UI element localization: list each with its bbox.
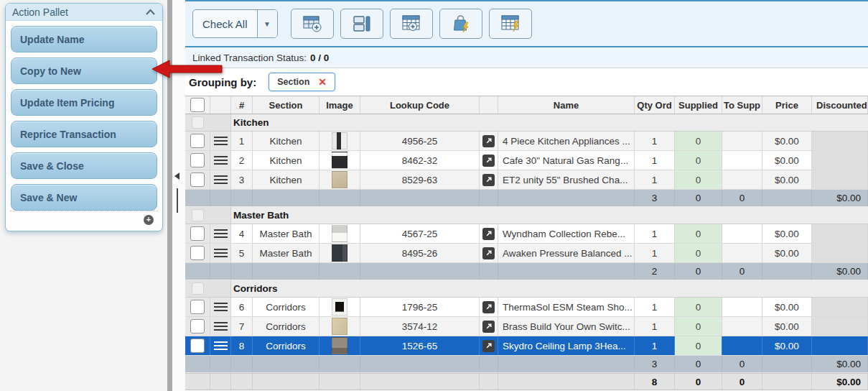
row-link-cell[interactable] [480,244,498,262]
drag-handle-icon[interactable] [214,229,228,238]
row-checkbox-cell[interactable] [185,317,210,336]
row-drag-cell[interactable] [210,336,231,355]
row-checkbox[interactable] [190,246,205,260]
group-checkbox[interactable] [192,116,204,129]
header-supplied[interactable]: Supplied [675,96,722,114]
row-link-cell[interactable] [480,336,498,355]
row-checkbox-cell[interactable] [185,170,210,189]
row-link-cell[interactable] [480,132,498,150]
row-link-cell[interactable] [480,298,498,316]
grouping-chip-section[interactable]: Section ✕ [269,73,335,91]
row-drag-cell[interactable] [210,244,231,262]
product-thumbnail[interactable] [332,225,347,242]
product-thumbnail[interactable] [332,244,347,262]
header-to-supp[interactable]: To Supp [722,96,762,114]
table-row[interactable]: 7 Corridors 3574-12 Brass Build Your Own… [185,317,868,336]
table-row[interactable]: 6 Corridors 1796-25 ThermaSol ESM Steam … [185,298,868,317]
row-checkbox[interactable] [190,153,205,167]
row-image-cell[interactable] [319,151,360,170]
row-link-cell[interactable] [480,317,498,336]
product-thumbnail[interactable] [332,152,347,169]
row-checkbox[interactable] [190,134,205,148]
split-panels-button[interactable] [340,9,383,39]
table-row[interactable]: 5 Master Bath 8495-26 Awaken Pressure Ba… [185,244,868,263]
row-image-cell[interactable] [319,224,360,243]
row-image-cell[interactable] [319,317,360,336]
open-link-icon[interactable] [482,174,495,186]
collapse-left-icon[interactable] [174,172,179,180]
row-checkbox-cell[interactable] [185,336,210,355]
open-link-icon[interactable] [482,155,495,167]
row-image-cell[interactable] [319,336,360,355]
remove-grouping-icon[interactable]: ✕ [318,78,327,86]
row-checkbox[interactable] [190,172,205,187]
table-row[interactable]: 3 Kitchen 8529-63 ET2 unity 55" Brushed … [185,170,868,190]
table-row[interactable]: 4 Master Bath 4567-25 Wyndham Collection… [185,224,868,244]
check-all-button[interactable]: Check All [193,10,257,37]
product-thumbnail[interactable] [332,132,347,150]
row-drag-cell[interactable] [210,151,231,170]
row-checkbox-cell[interactable] [185,151,210,170]
row-checkbox[interactable] [190,226,205,241]
open-link-icon[interactable] [482,321,495,333]
table-row[interactable]: 8 Corridors 1526-65 Skydro Ceiling Lamp … [185,336,868,356]
add-action-icon[interactable]: + [144,215,154,225]
group-checkbox[interactable] [192,209,204,221]
header-price[interactable]: Price [762,96,812,114]
row-image-cell[interactable] [319,170,360,189]
drag-handle-icon[interactable] [214,249,228,257]
row-checkbox-cell[interactable] [185,244,210,262]
drag-handle-icon[interactable] [214,175,228,184]
drag-handle-icon[interactable] [214,322,228,331]
splitter-drag-handle[interactable] [177,188,178,213]
header-qty-ord[interactable]: Qty Ord [635,96,675,114]
row-checkbox[interactable] [190,339,205,353]
row-checkbox-cell[interactable] [185,132,210,150]
open-link-icon[interactable] [482,228,495,240]
open-link-icon[interactable] [482,135,495,147]
header-name[interactable]: Name [498,96,635,114]
header-lookup-code[interactable]: Lookup Code [360,96,480,114]
product-thumbnail[interactable] [332,337,347,354]
group-checkbox[interactable] [192,282,204,295]
drag-handle-icon[interactable] [214,156,228,165]
table-row[interactable]: 1 Kitchen 4956-25 4 Piece Kitchen Applia… [185,132,868,151]
drag-handle-icon[interactable] [214,341,228,350]
action-button[interactable]: Save & New [11,184,157,211]
row-image-cell[interactable] [319,244,360,262]
open-link-icon[interactable] [482,247,495,259]
row-image-cell[interactable] [319,132,360,150]
row-image-cell[interactable] [319,298,360,316]
row-drag-cell[interactable] [210,224,231,243]
chevron-up-icon[interactable] [145,9,156,16]
table-lightning-button[interactable] [489,9,532,39]
check-all-split-button[interactable]: Check All ▼ [192,9,278,38]
header-discounted[interactable]: Discounted [812,96,868,114]
row-drag-cell[interactable] [210,298,231,316]
row-drag-cell[interactable] [210,170,231,189]
product-thumbnail[interactable] [332,298,347,316]
row-checkbox-cell[interactable] [185,298,210,316]
header-checkbox[interactable] [190,98,205,112]
action-button[interactable]: Update Name [11,26,157,52]
header-image[interactable]: Image [319,96,360,114]
open-link-icon[interactable] [482,340,495,352]
row-link-cell[interactable] [480,151,498,170]
row-link-cell[interactable] [480,170,498,189]
action-button[interactable]: Save & Close [11,152,157,179]
action-button[interactable]: Update Item Pricing [11,89,157,116]
row-link-cell[interactable] [480,224,498,243]
product-thumbnail[interactable] [332,318,347,335]
row-checkbox[interactable] [190,300,205,314]
row-checkbox-cell[interactable] [185,224,210,243]
action-button[interactable]: Copy to New [11,58,157,84]
table-row[interactable]: 2 Kitchen 8462-32 Cafe 30" Natural Gas R… [185,151,868,170]
drag-handle-icon[interactable] [214,137,228,145]
table-add-button[interactable] [390,9,433,39]
action-button[interactable]: Reprice Transaction [11,121,157,147]
table-plus-button[interactable] [291,9,334,39]
header-section[interactable]: Section [253,96,319,114]
open-link-icon[interactable] [482,301,495,313]
product-thumbnail[interactable] [332,171,347,188]
row-drag-cell[interactable] [210,132,231,150]
